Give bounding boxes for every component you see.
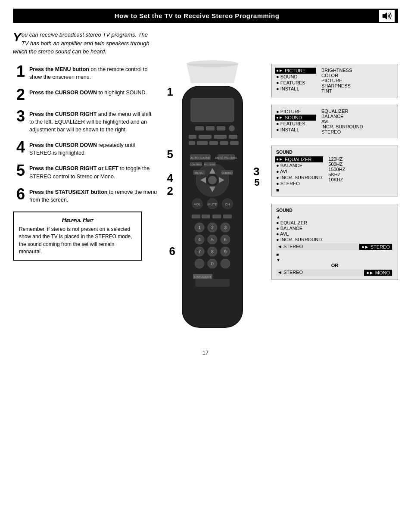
svg-rect-33 xyxy=(212,215,221,218)
menu2-stereo: STEREO xyxy=(321,129,363,134)
menus-column: ●► PICTURE ● SOUND ● FEATURES ● INSTALL … xyxy=(267,64,398,280)
svg-point-53 xyxy=(195,259,204,268)
step-1: 1 Press the MENU button on the remote co… xyxy=(13,64,157,81)
drop-cap: Y xyxy=(13,31,21,44)
step-label-5b: 5 xyxy=(254,177,259,188)
svg-text:7: 7 xyxy=(198,249,201,254)
svg-text:4: 4 xyxy=(198,237,201,242)
page: How to Set the TV to Receive Stereo Prog… xyxy=(0,0,411,532)
menu-box-4: SOUND ▲ ● EQUALIZER ● BALANCE ● AVL ● IN… xyxy=(271,204,398,280)
sound-icon xyxy=(379,10,395,22)
step-1-number: 1 xyxy=(13,64,25,79)
svg-text:2: 2 xyxy=(211,225,214,230)
step-6-text: Press the STATUS/EXIT button to remove t… xyxy=(29,187,157,204)
step-2: 2 Press the CURSOR DOWN to highlight SOU… xyxy=(13,87,157,103)
svg-text:5: 5 xyxy=(211,237,214,242)
menu1-picture: PICTURE xyxy=(321,78,356,83)
menu1-sharpness: SHARPNESS xyxy=(321,83,356,88)
svg-point-56 xyxy=(221,259,230,268)
step-label-4: 4 xyxy=(167,171,173,185)
menu3-label: SOUND xyxy=(276,149,393,155)
menu1-sound-item: ● SOUND xyxy=(276,74,315,80)
menu2-sound-item: ●► SOUND xyxy=(275,115,316,121)
step-5: 5 Press the CURSOR RIGHT or LEFT to togg… xyxy=(13,163,157,180)
menu4-mono-left: ◄ STEREO xyxy=(277,270,303,276)
svg-text:8: 8 xyxy=(211,249,214,254)
svg-text:1: 1 xyxy=(198,225,201,230)
menu4-label: SOUND xyxy=(276,208,393,213)
menu4-mono-row: ◄ STEREO ●► MONO xyxy=(276,269,393,276)
svg-rect-14 xyxy=(197,141,208,145)
svg-rect-10 xyxy=(199,135,212,139)
main-layout: 1 Press the MENU button on the remote co… xyxy=(13,64,398,336)
step-6: 6 Press the STATUS/EXIT button to remove… xyxy=(13,187,157,204)
svg-text:PICTURE: PICTURE xyxy=(204,163,215,166)
menu3-incr-item: ● INCR. SURROUND xyxy=(276,174,322,180)
intro-body: ou can receive broadcast stereo TV progr… xyxy=(13,31,149,55)
header-title: How to Set the TV to Receive Stereo Prog… xyxy=(115,12,280,19)
svg-text:MUTE: MUTE xyxy=(207,202,217,206)
menu4-stereo-right: ●► STEREO xyxy=(359,244,392,250)
menu4-stereo-left: ◄ STEREO xyxy=(277,244,303,250)
svg-text:STATUS/EXIT: STATUS/EXIT xyxy=(193,275,211,278)
svg-text:AUTO SOUND: AUTO SOUND xyxy=(190,156,210,159)
menu3-balance-item: ● BALANCE xyxy=(276,162,322,168)
step-3: 3 Press the CURSOR RIGHT and the menu wi… xyxy=(13,109,157,134)
menu4-spacer: ■ xyxy=(276,252,393,257)
menu3-5khz: 5KHZ xyxy=(328,172,354,177)
menu4-avl: ● AVL xyxy=(276,231,393,236)
intro-text: You can receive broadcast stereo TV prog… xyxy=(13,31,151,56)
hint-title: Helpful Hint xyxy=(19,217,136,223)
svg-marker-0 xyxy=(383,12,387,19)
menu2-avl: AVL xyxy=(321,119,363,124)
step-6-number: 6 xyxy=(13,187,25,202)
step-1-text: Press the MENU button on the remote cont… xyxy=(29,64,157,81)
menu3-stereo-item: ● STEREO xyxy=(276,180,322,187)
step-label-1: 1 xyxy=(167,85,173,99)
menu-box-1: ●► PICTURE ● SOUND ● FEATURES ● INSTALL … xyxy=(271,64,398,97)
step-4-text: Press the CURSOR DOWN repeatedly until S… xyxy=(29,140,157,157)
step-4: 4 Press the CURSOR DOWN repeatedly until… xyxy=(13,140,157,157)
svg-rect-15 xyxy=(209,141,218,145)
menu4-mono-right: ●► MONO xyxy=(364,270,392,276)
svg-text:VOL: VOL xyxy=(193,202,201,206)
svg-rect-32 xyxy=(202,215,210,218)
beam-graphic xyxy=(165,59,260,85)
menu2-incr-surround: INCR. SURROUND xyxy=(321,124,363,129)
svg-text:MENU: MENU xyxy=(194,171,203,174)
svg-rect-5 xyxy=(195,126,204,131)
menu4-incr: ● INCR. SURROUND xyxy=(276,237,393,242)
step-label-6: 6 xyxy=(169,245,175,258)
hint-box: Helpful Hint Remember, if stereo is not … xyxy=(13,212,142,261)
svg-rect-4 xyxy=(191,98,234,122)
hint-text: Remember, if stereo is not present on a … xyxy=(19,226,136,256)
page-number: 17 xyxy=(13,349,398,356)
menu2-equalizer: EQUALIZER xyxy=(321,109,363,114)
step-3-text: Press the CURSOR RIGHT and the menu will… xyxy=(29,109,157,134)
step-label-2: 2 xyxy=(167,184,173,198)
svg-point-8 xyxy=(229,125,235,131)
menu2-balance: BALANCE xyxy=(321,114,363,119)
menu3-avl-item: ● AVL xyxy=(276,168,322,174)
svg-rect-11 xyxy=(214,135,227,139)
step-2-number: 2 xyxy=(13,87,25,103)
menu-box-2: ● PICTURE ●► SOUND ● FEATURES ● INSTALL … xyxy=(271,105,398,138)
menu4-eq: ● EQUALIZER xyxy=(276,220,393,225)
svg-text:9: 9 xyxy=(224,249,227,254)
menu1-color: COLOR xyxy=(321,73,356,78)
menu2-features-item: ● FEATURES xyxy=(276,121,315,127)
svg-text:0: 0 xyxy=(211,261,214,266)
svg-rect-17 xyxy=(230,141,239,145)
svg-rect-13 xyxy=(189,141,195,145)
step-2-text: Press the CURSOR DOWN to highlight SOUND… xyxy=(29,87,147,96)
svg-text:CONTROL: CONTROL xyxy=(190,163,202,166)
svg-rect-34 xyxy=(223,215,232,218)
svg-text:CH: CH xyxy=(225,202,230,206)
svg-rect-57 xyxy=(195,279,230,287)
menu2-install-item: ● INSTALL xyxy=(276,127,315,133)
remote-svg: VOL MUTE CH 1 2 xyxy=(165,85,260,335)
step-3-number: 3 xyxy=(13,109,25,124)
menu1-brightness: BRIGHTNESS xyxy=(321,68,356,73)
menu1-picture-item: ●► PICTURE xyxy=(275,68,316,74)
remote-diagram: VOL MUTE CH 1 2 xyxy=(157,64,267,336)
